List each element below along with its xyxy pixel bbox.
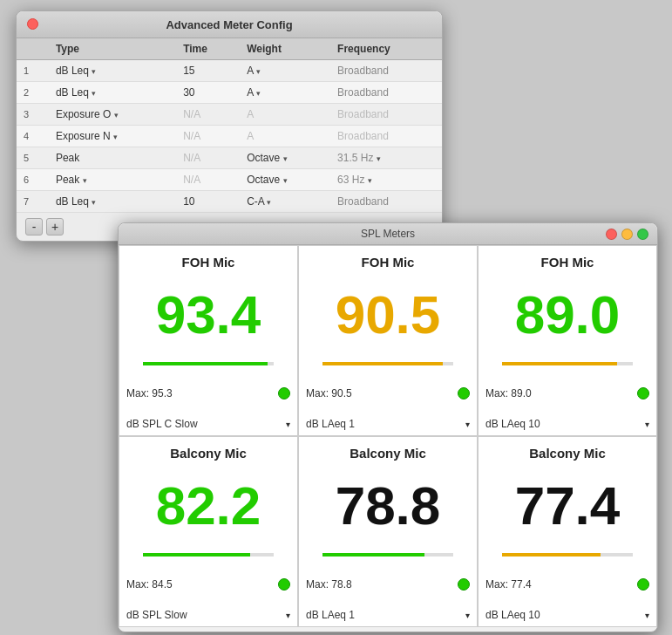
row-type[interactable]: Exposure O ▾ — [49, 104, 176, 126]
type-dropdown-arrow[interactable]: ▾ — [114, 111, 119, 119]
meter-bar — [143, 362, 268, 365]
row-freq[interactable]: 63 Hz ▾ — [330, 169, 442, 191]
meter-bar-container — [143, 553, 274, 556]
meter-max: Max: 84.5 — [126, 578, 173, 591]
meter-indicator — [278, 387, 290, 399]
meter-indicator — [637, 578, 649, 591]
row-num: 6 — [17, 169, 49, 191]
meter-cell: FOH Mic89.0Max: 89.0dB LAeq 10▾ — [478, 245, 657, 436]
table-row: 7dB Leq ▾10C-A ▾Broadband — [17, 191, 442, 213]
row-freq[interactable]: Broadband — [330, 60, 442, 82]
meter-type-row: dB SPL C Slow▾ — [126, 418, 290, 430]
weight-dropdown-arrow[interactable]: ▾ — [256, 89, 261, 98]
col-time: Time — [176, 38, 240, 60]
row-freq[interactable]: Broadband — [330, 191, 442, 213]
meter-bottom: Max: 89.0 — [485, 387, 649, 399]
meter-type-row: dB SPL Slow▾ — [126, 609, 290, 621]
config-title: Advanced Meter Config — [166, 18, 292, 31]
meter-grid: FOH Mic93.4Max: 95.3dB SPL C Slow▾FOH Mi… — [119, 245, 657, 627]
row-type[interactable]: dB Leq ▾ — [49, 60, 176, 82]
meter-max: Max: 78.8 — [306, 578, 352, 591]
type-dropdown-arrow[interactable]: ▾ — [92, 67, 96, 76]
meter-value: 89.0 — [515, 288, 621, 342]
meter-bar — [502, 362, 617, 365]
row-type[interactable]: Peak — [49, 147, 176, 169]
meter-type-label: dB LAeq 10 — [485, 609, 645, 621]
meter-cell: Balcony Mic77.4Max: 77.4dB LAeq 10▾ — [478, 436, 657, 627]
row-time[interactable]: 30 — [176, 82, 240, 104]
meter-type-dropdown[interactable]: ▾ — [286, 420, 290, 429]
meter-bottom: Max: 84.5 — [126, 578, 290, 591]
spl-close-button[interactable] — [606, 229, 617, 240]
table-row: 6Peak ▾N/AOctave ▾63 Hz ▾ — [17, 169, 442, 191]
meter-cell: FOH Mic90.5Max: 90.5dB LAeq 1▾ — [298, 245, 478, 436]
meter-label: FOH Mic — [362, 255, 415, 270]
weight-dropdown-arrow[interactable]: ▾ — [283, 154, 288, 163]
meter-max: Max: 90.5 — [306, 387, 352, 399]
meter-indicator — [637, 387, 649, 399]
type-dropdown-arrow[interactable]: ▾ — [113, 133, 118, 141]
row-type[interactable]: dB Leq ▾ — [49, 191, 176, 213]
weight-dropdown-arrow[interactable]: ▾ — [256, 67, 261, 76]
meter-label: Balcony Mic — [350, 446, 426, 461]
meter-type-dropdown[interactable]: ▾ — [465, 420, 470, 429]
row-num: 5 — [17, 147, 49, 169]
type-dropdown-arrow[interactable]: ▾ — [83, 176, 87, 185]
type-dropdown-arrow[interactable]: ▾ — [92, 89, 96, 98]
row-weight[interactable]: A ▾ — [240, 82, 330, 104]
meter-label: Balcony Mic — [529, 446, 606, 461]
add-button[interactable]: + — [46, 218, 64, 236]
row-weight: A — [240, 104, 330, 126]
meter-max: Max: 89.0 — [485, 387, 532, 399]
meter-type-label: dB SPL C Slow — [126, 418, 286, 430]
meter-bar-container — [502, 362, 633, 365]
row-weight[interactable]: Octave ▾ — [240, 147, 330, 169]
row-time[interactable]: 15 — [176, 60, 240, 82]
meter-type-dropdown[interactable]: ▾ — [645, 611, 649, 620]
meter-type-label: dB LAeq 1 — [306, 609, 465, 621]
meter-value: 77.4 — [515, 479, 621, 533]
row-time[interactable]: 10 — [176, 191, 240, 213]
col-type: Type — [49, 38, 176, 60]
spl-maximize-button[interactable] — [637, 229, 648, 240]
meter-bar-container — [322, 553, 453, 556]
row-freq[interactable]: 31.5 Hz ▾ — [330, 147, 442, 169]
meter-cell: FOH Mic93.4Max: 95.3dB SPL C Slow▾ — [119, 245, 298, 436]
weight-dropdown-arrow[interactable]: ▾ — [267, 198, 271, 207]
row-freq: Broadband — [330, 104, 442, 126]
close-button[interactable] — [27, 18, 38, 30]
row-time: N/A — [176, 104, 240, 126]
meter-value: 90.5 — [336, 288, 441, 342]
spl-window: SPL Meters FOH Mic93.4Max: 95.3dB SPL C … — [118, 222, 658, 632]
meter-type-dropdown[interactable]: ▾ — [645, 420, 649, 429]
meter-cell: Balcony Mic82.2Max: 84.5dB SPL Slow▾ — [119, 436, 298, 627]
table-row: 5PeakN/AOctave ▾31.5 Hz ▾ — [17, 147, 442, 169]
type-dropdown-arrow[interactable]: ▾ — [92, 198, 96, 207]
spl-titlebar: SPL Meters — [119, 223, 657, 245]
row-num: 1 — [17, 60, 49, 82]
row-freq[interactable]: Broadband — [330, 82, 442, 104]
config-table: Type Time Weight Frequency 1dB Leq ▾15A … — [17, 38, 442, 213]
meter-bar — [143, 553, 250, 556]
row-type[interactable]: Exposure N ▾ — [49, 126, 176, 147]
weight-dropdown-arrow[interactable]: ▾ — [283, 176, 288, 185]
row-weight[interactable]: C-A ▾ — [240, 191, 330, 213]
meter-type-dropdown[interactable]: ▾ — [286, 611, 290, 620]
meter-type-dropdown[interactable]: ▾ — [465, 611, 470, 620]
row-time: N/A — [176, 147, 240, 169]
meter-type-row: dB LAeq 10▾ — [485, 609, 649, 621]
row-weight[interactable]: A ▾ — [240, 60, 330, 82]
meter-type-label: dB SPL Slow — [126, 609, 286, 621]
row-weight[interactable]: Octave ▾ — [240, 169, 330, 191]
meter-bar — [322, 362, 443, 365]
row-type[interactable]: dB Leq ▾ — [49, 82, 176, 104]
meter-bottom: Max: 78.8 — [306, 578, 470, 591]
config-titlebar: Advanced Meter Config — [17, 11, 442, 38]
remove-button[interactable]: - — [25, 218, 43, 236]
freq-dropdown-arrow[interactable]: ▾ — [368, 176, 372, 185]
table-row: 1dB Leq ▾15A ▾Broadband — [17, 60, 442, 82]
meter-label: Balcony Mic — [170, 446, 247, 461]
spl-minimize-button[interactable] — [621, 229, 633, 240]
row-type[interactable]: Peak ▾ — [49, 169, 176, 191]
freq-dropdown-arrow[interactable]: ▾ — [377, 154, 381, 163]
